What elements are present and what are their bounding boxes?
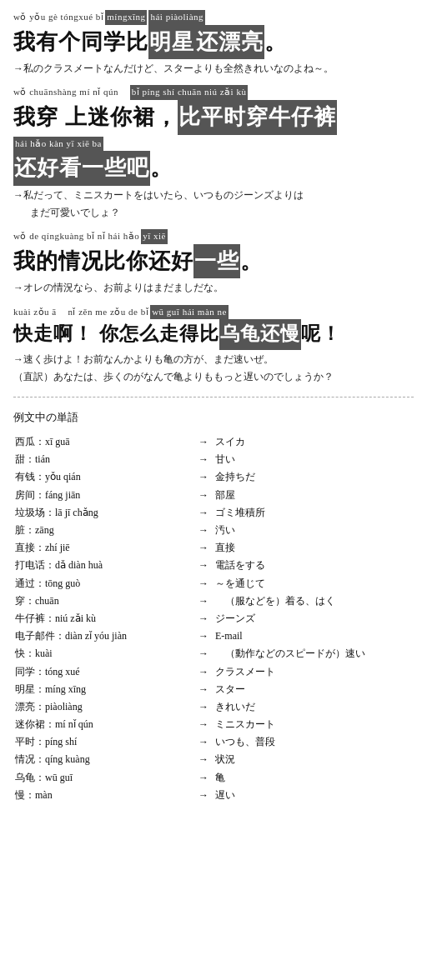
vocab-japanese: （動作などのスピードが）速い: [214, 645, 414, 662]
vocab-row: 慢：màn → 遅い: [13, 787, 414, 804]
vocab-arrow: →: [193, 751, 214, 768]
pw-s4-hl: wū guī hái màn ne: [150, 305, 229, 320]
vocab-chinese: 通过：tōng guò: [13, 575, 193, 592]
pinyin-s3: wǒ de qíngkuàng bǐ nǐ hái hǎo yī xiē: [13, 229, 414, 244]
pinyin-s2b-hl: hái hǎo kàn yī xiē ba: [13, 137, 103, 152]
vocab-japanese: ミニスカート: [214, 716, 414, 733]
cw-s2b-end: 。: [150, 151, 173, 186]
vocab-arrow: →: [193, 610, 214, 628]
vocab-japanese: スター: [214, 681, 414, 698]
vocab-arrow: →: [193, 539, 214, 557]
pinyin-word-s2a: wǒ chuānshàng mí nǐ qún: [13, 85, 118, 100]
vocab-row: 甜：tián → 甘い: [13, 451, 414, 468]
vocab-chinese: 漂亮：piàoliàng: [13, 698, 193, 716]
vocab-arrow: →: [193, 716, 214, 733]
vocab-japanese: 直接: [214, 539, 414, 557]
cw-s3-hl: 一些: [193, 244, 240, 279]
vocab-chinese: 直接：zhí jiē: [13, 539, 193, 557]
vocab-chinese: 迷你裙：mí nǐ qún: [13, 716, 193, 733]
chinese-s1: 我有个同学比明星还漂亮。: [13, 25, 414, 60]
vocab-chinese: 乌龟：wū guī: [13, 769, 193, 787]
vocab-row: 有钱：yǒu qián → 金持ちだ: [13, 468, 414, 486]
vocab-chinese: 垃圾场：lā jī chǎng: [13, 504, 193, 522]
section-4: kuài zǒu ā nǐ zěn me zǒu de bǐ wū guī há…: [13, 305, 414, 386]
vocab-chinese: 电子邮件：diàn zǐ yóu jiàn: [13, 628, 193, 645]
cw-s3-end: 。: [240, 244, 263, 279]
vocab-row: 情况：qíng kuàng → 状況: [13, 751, 414, 768]
chinese-word-highlight2: 还漂亮: [195, 25, 264, 60]
vocab-chinese: 穿：chuān: [13, 592, 193, 610]
vocab-chinese: 明星：míng xīng: [13, 681, 193, 698]
pinyin-s4: kuài zǒu ā nǐ zěn me zǒu de bǐ wū guī há…: [13, 305, 414, 320]
vocab-arrow: →: [193, 698, 214, 716]
vocab-arrow: →: [193, 592, 214, 610]
vocab-japanese: 亀: [214, 769, 414, 787]
chinese-s2a: 我穿 上迷你裙，比平时穿牛仔裤: [13, 100, 414, 135]
pw-s3-hl: yī xiē: [141, 229, 168, 244]
vocab-japanese: 汚い: [214, 522, 414, 539]
vocab-row: 漂亮：piàoliàng → きれいだ: [13, 698, 414, 716]
vocab-chinese: 打电话：dǎ diàn huà: [13, 557, 193, 574]
vocab-japanese: 金持ちだ: [214, 468, 414, 486]
pinyin-word: wǒ yǒu gè tóngxué bǐ: [13, 10, 103, 25]
vocab-row: 快：kuài → （動作などのスピードが）速い: [13, 645, 414, 662]
vocab-chinese: 牛仔裤：niú zǎi kù: [13, 610, 193, 628]
vocab-row: 牛仔裤：niú zǎi kù → ジーンズ: [13, 610, 414, 628]
vocab-japanese: 部屋: [214, 487, 414, 504]
vocab-arrow: →: [193, 681, 214, 698]
translation-s2b: まだ可愛いでしょ？: [30, 205, 414, 221]
vocab-row: 乌龟：wū guī → 亀: [13, 769, 414, 787]
section-3: wǒ de qíngkuàng bǐ nǐ hái hǎo yī xiē 我的情…: [13, 229, 414, 296]
vocab-japanese: いつも、普段: [214, 733, 414, 751]
vocab-japanese: 遅い: [214, 787, 414, 804]
vocab-arrow: →: [193, 645, 214, 662]
translation-s1: →私のクラスメートなんだけど、スターよりも全然きれいなのよね～。: [13, 61, 414, 77]
section-2: wǒ chuānshàng mí nǐ qún bǐ píng shí chuā…: [13, 85, 414, 221]
vocab-arrow: →: [193, 487, 214, 504]
vocab-row: 直接：zhí jiē → 直接: [13, 539, 414, 557]
vocab-chinese: 脏：zāng: [13, 522, 193, 539]
vocab-japanese: ～を通じて: [214, 575, 414, 592]
vocab-arrow: →: [193, 769, 214, 787]
chinese-word: 我有个同学比: [13, 25, 148, 60]
cw-s2a-hl: 比平时穿牛仔裤: [178, 100, 337, 135]
vocab-arrow: →: [193, 787, 214, 804]
pinyin-s1: wǒ yǒu gè tóngxué bǐ míngxīng hái piàoli…: [13, 10, 414, 25]
vocab-row: 迷你裙：mí nǐ qún → ミニスカート: [13, 716, 414, 733]
pinyin-word-s2a2: [120, 85, 128, 100]
chinese-word-highlight: 明星: [148, 25, 195, 60]
vocab-arrow: →: [193, 557, 214, 574]
vocab-chinese: 西瓜：xī guā: [13, 433, 193, 451]
cw-s3a: 我的情况比你还好: [13, 244, 193, 279]
vocab-chinese: 有钱：yǒu qián: [13, 468, 193, 486]
vocab-arrow: →: [193, 433, 214, 451]
chinese-s2b: 还好看一些吧。: [13, 151, 414, 186]
vocab-arrow: →: [193, 468, 214, 486]
pw-s4b: nǐ zěn me zǒu de bǐ: [68, 305, 148, 320]
section-divider: [13, 397, 414, 398]
vocab-japanese: きれいだ: [214, 698, 414, 716]
vocab-table: 西瓜：xī guā → スイカ 甜：tián → 甘い 有钱：yǒu qián …: [13, 433, 414, 804]
vocab-chinese: 快：kuài: [13, 645, 193, 662]
vocab-row: 脏：zāng → 汚い: [13, 522, 414, 539]
pinyin-word-highlight: míngxīng: [105, 10, 147, 25]
vocab-chinese: 房间：fáng jiān: [13, 487, 193, 504]
cw-s4a: 快走啊！ 你怎么走得比: [13, 319, 219, 350]
vocab-row: 垃圾场：lā jī chǎng → ゴミ堆積所: [13, 504, 414, 522]
vocab-arrow: →: [193, 451, 214, 468]
section-1: wǒ yǒu gè tóngxué bǐ míngxīng hái piàoli…: [13, 10, 414, 77]
vocab-arrow: →: [193, 522, 214, 539]
vocab-row: 明星：míng xīng → スター: [13, 681, 414, 698]
vocab-row: 同学：tóng xué → クラスメート: [13, 663, 414, 681]
vocab-japanese: （服などを）着る、はく: [214, 592, 414, 610]
vocab-row: 通过：tōng guò → ～を通じて: [13, 575, 414, 592]
vocab-row: 打电话：dǎ diàn huà → 電話をする: [13, 557, 414, 574]
vocab-row: 电子邮件：diàn zǐ yóu jiàn → E-mail: [13, 628, 414, 645]
vocab-chinese: 同学：tóng xué: [13, 663, 193, 681]
vocab-chinese: 平时：píng shí: [13, 733, 193, 751]
vocab-chinese: 情况：qíng kuàng: [13, 751, 193, 768]
vocab-japanese: E-mail: [214, 628, 414, 645]
cw-s4-end: 呢！: [301, 319, 341, 350]
vocab-arrow: →: [193, 733, 214, 751]
vocab-japanese: 状況: [214, 751, 414, 768]
